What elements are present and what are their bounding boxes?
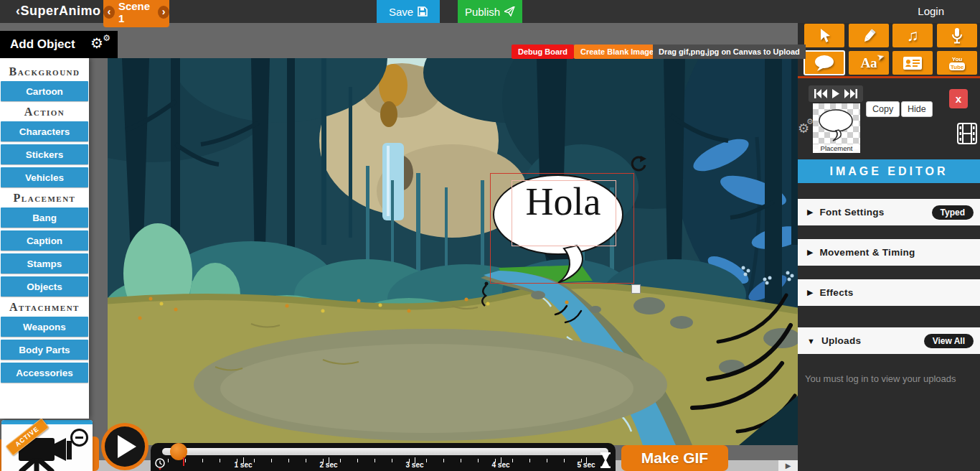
sidebar-item-vehicles[interactable]: Vehicles <box>1 167 88 187</box>
text-aa-icon: Aa➤ <box>860 55 877 71</box>
tick-label-2s: 2 sec <box>319 461 337 469</box>
clip-card-header <box>1 420 93 424</box>
sidebar-section-placement: Placement <box>0 192 89 205</box>
select-cursor-tool[interactable] <box>804 24 844 47</box>
copy-button[interactable]: Copy <box>866 101 900 117</box>
cursor-icon <box>818 28 831 44</box>
chevron-right-icon: ▶ <box>807 207 813 217</box>
add-object-sidebar: Background Cartoon Action Characters Sti… <box>0 58 89 419</box>
forest-background <box>108 58 798 445</box>
collapse-minus-button[interactable] <box>70 429 88 447</box>
music-tool[interactable]: ♫ <box>892 24 933 47</box>
svg-text:Tube: Tube <box>951 63 964 70</box>
music-note-icon: ♫ <box>907 28 919 44</box>
hide-button[interactable]: Hide <box>901 101 933 117</box>
timeline-ruler <box>168 459 598 464</box>
youtube-icon: YouTube <box>947 55 967 72</box>
object-settings-gears-icon[interactable]: ⚙⚙ <box>798 119 815 138</box>
app-logo: ‹SuperAnimo <box>16 4 101 19</box>
login-link[interactable]: Login <box>918 5 944 17</box>
save-button[interactable]: Save <box>377 0 440 23</box>
sidebar-item-characters[interactable]: Characters <box>1 121 88 141</box>
object-thumbnail[interactable]: Placement <box>813 103 860 153</box>
scroll-right-arrow[interactable]: ▶ <box>778 460 798 471</box>
chevron-right-icon: ▶ <box>807 288 813 297</box>
superanimo-app: ‹SuperAnimo Save Publish Login ‹ Scene 1… <box>0 0 980 471</box>
object-editor-panel: ♫ Aa➤ YouTube x <box>798 23 980 471</box>
settings-gears-icon[interactable]: ⚙⚙ <box>90 36 109 53</box>
sidebar-item-weapons[interactable]: Weapons <box>1 317 88 337</box>
image-editor-header: IMAGE EDITOR <box>798 159 980 183</box>
sidebar-item-bang[interactable]: Bang <box>1 207 88 228</box>
add-object-title: Add Object <box>10 37 75 52</box>
close-editor-button[interactable]: x <box>949 89 968 108</box>
drag-upload-hint: Drag gif,png,jpg on Canvas to Upload <box>653 45 806 59</box>
tick-label-1s: 1 sec <box>234 461 252 469</box>
thumbnail-bubble-icon <box>817 108 856 142</box>
paper-plane-icon <box>504 6 515 17</box>
accordion-movement-timing[interactable]: ▶ Movement & Timing <box>798 239 980 266</box>
sidebar-section-background: Background <box>0 65 89 78</box>
sidebar-item-caption[interactable]: Caption <box>1 230 88 251</box>
text-tool[interactable]: Aa➤ <box>849 51 889 75</box>
filmstrip-button[interactable] <box>956 123 978 146</box>
animation-canvas[interactable] <box>108 58 798 445</box>
scene-next-button[interactable]: › <box>158 6 169 19</box>
debug-board-button[interactable]: Debug Board <box>512 45 574 59</box>
sidebar-item-stickers[interactable]: Stickers <box>1 144 88 164</box>
timeline-playhead[interactable] <box>170 443 187 460</box>
clock-icon <box>155 458 165 471</box>
sidebar-item-cartoon[interactable]: Cartoon <box>1 81 88 101</box>
tool-divider <box>798 76 980 78</box>
accordion-font-settings[interactable]: ▶ Font Settings Typed <box>798 199 980 225</box>
speech-bubble-icon <box>814 55 835 72</box>
sidebar-item-objects[interactable]: Objects <box>1 276 88 297</box>
sidebar-section-attachment: Attachment <box>0 301 89 314</box>
scene-prev-button[interactable]: ‹ <box>103 6 115 19</box>
create-blank-image-button[interactable]: Create Blank Image <box>574 45 660 59</box>
speech-bubble-tool[interactable] <box>804 51 844 75</box>
skip-forward-button[interactable] <box>844 89 857 98</box>
play-icon <box>118 435 136 458</box>
thumbnail-label: Placement <box>813 144 860 153</box>
id-card-icon <box>903 56 923 70</box>
chevron-right-icon: ▶ <box>807 248 813 257</box>
pencil-tool[interactable] <box>849 24 889 47</box>
play-frame-button[interactable] <box>831 89 840 98</box>
sidebar-item-stamps[interactable]: Stamps <box>1 253 88 274</box>
youtube-tool[interactable]: YouTube <box>937 51 977 75</box>
resize-handle[interactable] <box>631 284 641 294</box>
tick-label-5s: 5 sec <box>577 461 595 469</box>
tick-label-4s: 4 sec <box>491 461 509 469</box>
svg-text:You: You <box>952 56 963 62</box>
rotate-handle-icon[interactable] <box>629 155 648 174</box>
sidebar-section-action: Action <box>0 106 89 118</box>
microphone-icon <box>951 27 963 45</box>
typed-badge[interactable]: Typed <box>932 205 974 220</box>
sidebar-item-body-parts[interactable]: Body Parts <box>1 340 88 360</box>
add-object-header: Add Object ⚙⚙ <box>0 31 118 58</box>
chevron-down-icon: ▼ <box>807 337 815 345</box>
filmstrip-icon <box>957 123 977 144</box>
make-gif-button[interactable]: Make GIF <box>621 445 728 471</box>
ink-squiggle-mark <box>478 281 494 307</box>
scene-label: Scene 1 <box>118 0 154 24</box>
view-all-badge[interactable]: View All <box>924 334 974 348</box>
timeline-track[interactable] <box>162 448 608 455</box>
skip-back-button[interactable] <box>814 89 827 98</box>
text-bounds-box <box>512 180 616 246</box>
play-button[interactable] <box>101 423 149 470</box>
timeline: 1 sec 2 sec 3 sec 4 sec 5 sec <box>151 443 616 471</box>
publish-button[interactable]: Publish <box>458 0 522 23</box>
accordion-uploads[interactable]: ▼ Uploads View All <box>798 327 980 354</box>
hourglass-icon <box>600 452 611 468</box>
scene-tab: ‹ Scene 1 › <box>103 0 169 27</box>
characters-card-tool[interactable] <box>892 51 933 75</box>
accordion-effects[interactable]: ▶ Effects <box>798 279 980 306</box>
sidebar-item-accessories[interactable]: Accessories <box>1 363 88 383</box>
pencil-icon <box>860 27 877 45</box>
tick-label-3s: 3 sec <box>405 461 423 469</box>
uploads-login-message: You must log in to view your uploads <box>805 373 956 384</box>
microphone-tool[interactable] <box>937 24 977 47</box>
playback-controls <box>809 85 863 102</box>
